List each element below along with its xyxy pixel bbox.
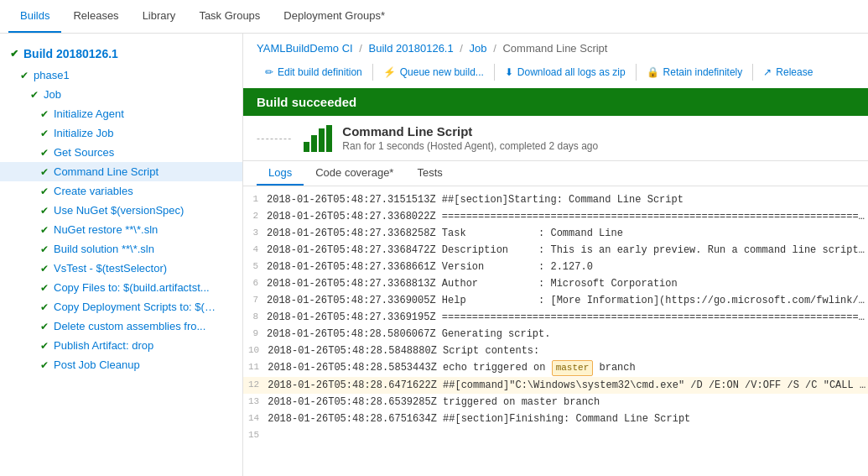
sidebar-build-title[interactable]: ✔ Build 20180126.1 xyxy=(0,42,242,65)
sidebar-task-10[interactable]: ✔Copy Deployment Scripts to: $(… xyxy=(0,297,242,316)
task-label-4: Create variables xyxy=(54,185,133,197)
task-dashes: - - - - - - - - xyxy=(257,133,290,144)
toolbar-separator-4 xyxy=(752,64,753,81)
log-text-13: 2018-01-26T05:48:28.6539285Z triggered o… xyxy=(268,395,868,410)
sidebar-task-5[interactable]: ✔Use NuGet $(versionSpec) xyxy=(0,201,242,220)
sidebar-task-6[interactable]: ✔NuGet restore **\*.sln xyxy=(0,220,242,239)
log-text-3: 2018-01-26T05:48:27.3368258Z Task : Comm… xyxy=(267,226,868,241)
log-num-14: 14 xyxy=(243,411,268,426)
release-button[interactable]: ↗ Release xyxy=(755,63,821,81)
task-label-7: Build solution **\*.sln xyxy=(54,243,154,255)
task-check-icon-5: ✔ xyxy=(40,205,49,217)
sub-tabs: Logs Code coverage* Tests xyxy=(243,161,868,186)
toolbar-separator-3 xyxy=(636,64,637,81)
nav-task-groups[interactable]: Task Groups xyxy=(187,0,272,33)
sidebar-task-9[interactable]: ✔Copy Files to: $(build.artifactst... xyxy=(0,278,242,297)
sidebar-task-13[interactable]: ✔Post Job Cleanup xyxy=(0,355,242,374)
task-bar-chart-icon xyxy=(304,125,332,152)
log-num-1: 1 xyxy=(243,192,267,207)
sidebar-phase[interactable]: ✔ phase1 xyxy=(0,65,242,85)
nav-library[interactable]: Library xyxy=(131,0,188,33)
log-text-4: 2018-01-26T05:48:27.3368472Z Description… xyxy=(267,243,868,258)
log-line-3: 32018-01-26T05:48:27.3368258Z Task : Com… xyxy=(243,225,868,242)
sidebar-task-4[interactable]: ✔Create variables xyxy=(0,181,242,201)
log-text-14: 2018-01-26T05:48:28.6751634Z ##[section]… xyxy=(268,411,868,426)
build-check-icon: ✔ xyxy=(10,48,18,60)
task-check-icon-4: ✔ xyxy=(40,186,49,197)
breadcrumb-build[interactable]: Build 20180126.1 xyxy=(369,42,454,55)
task-label-0: Initialize Agent xyxy=(54,107,124,120)
sidebar-task-2[interactable]: ✔Get Sources xyxy=(0,143,242,162)
phase-check-icon: ✔ xyxy=(20,70,29,81)
task-label-9: Copy Files to: $(build.artifactst... xyxy=(54,281,210,294)
log-text-5: 2018-01-26T05:48:27.3368661Z Version : 2… xyxy=(267,259,868,275)
sidebar-task-7[interactable]: ✔Build solution **\*.sln xyxy=(0,239,242,259)
log-text-8: 2018-01-26T05:48:27.3369195Z ===========… xyxy=(267,310,868,325)
sidebar-task-12[interactable]: ✔Publish Artifact: drop xyxy=(0,336,242,355)
nav-builds[interactable]: Builds xyxy=(8,0,61,33)
log-num-13: 13 xyxy=(243,395,268,409)
log-line-14: 142018-01-26T05:48:28.6751634Z ##[sectio… xyxy=(243,411,868,427)
log-num-4: 4 xyxy=(243,243,267,257)
job-check-icon: ✔ xyxy=(30,89,39,101)
log-num-7: 7 xyxy=(243,293,267,307)
log-line-11: 112018-01-26T05:48:28.5853443Z echo trig… xyxy=(243,359,868,377)
nav-deployment-groups[interactable]: Deployment Groups* xyxy=(272,0,397,33)
log-num-11: 11 xyxy=(243,360,268,374)
toolbar-separator-2 xyxy=(494,64,495,81)
download-icon: ⬇ xyxy=(505,66,513,78)
task-label-5: Use NuGet $(versionSpec) xyxy=(54,204,184,217)
top-navigation: Builds Releases Library Task Groups Depl… xyxy=(0,0,868,34)
sidebar-tasks-container: ✔Initialize Agent✔Initialize Job✔Get Sou… xyxy=(0,104,242,374)
main-content: YAMLBuildDemo CI / Build 20180126.1 / Jo… xyxy=(243,34,868,476)
log-num-3: 3 xyxy=(243,226,267,240)
sidebar-task-11[interactable]: ✔Delete custom assemblies fro... xyxy=(0,316,242,336)
toolbar: ✏ Edit build definition ⚡ Queue new buil… xyxy=(243,60,868,88)
log-text-1: 2018-01-26T05:48:27.3151513Z ##[section]… xyxy=(267,192,868,207)
log-num-12: 12 xyxy=(243,378,268,392)
download-logs-button[interactable]: ⬇ Download all logs as zip xyxy=(496,63,634,81)
breadcrumb-ci[interactable]: YAMLBuildDemo CI xyxy=(257,42,353,55)
sidebar-job[interactable]: ✔ Job xyxy=(0,85,242,104)
log-line-15: 15 xyxy=(243,427,868,443)
log-line-10: 102018-01-26T05:48:28.5848880Z Script co… xyxy=(243,343,868,359)
task-check-icon-1: ✔ xyxy=(40,128,49,139)
task-check-icon-8: ✔ xyxy=(40,263,49,275)
queue-new-build-button[interactable]: ⚡ Queue new build... xyxy=(375,63,492,81)
main-layout: ✔ Build 20180126.1 ✔ phase1 ✔ Job ✔Initi… xyxy=(0,34,868,476)
breadcrumb-job[interactable]: Job xyxy=(470,42,487,55)
log-num-6: 6 xyxy=(243,276,267,290)
tab-code-coverage[interactable]: Code coverage* xyxy=(304,161,405,186)
sidebar: ✔ Build 20180126.1 ✔ phase1 ✔ Job ✔Initi… xyxy=(0,34,243,476)
task-label-12: Publish Artifact: drop xyxy=(54,339,153,352)
task-label-3: Command Line Script xyxy=(54,165,159,178)
log-num-2: 2 xyxy=(243,209,267,223)
log-line-5: 52018-01-26T05:48:27.3368661Z Version : … xyxy=(243,259,868,275)
tab-tests[interactable]: Tests xyxy=(405,161,454,186)
log-text-2: 2018-01-26T05:48:27.3368022Z ===========… xyxy=(267,209,868,224)
sidebar-task-0[interactable]: ✔Initialize Agent xyxy=(0,104,242,123)
sidebar-task-1[interactable]: ✔Initialize Job xyxy=(0,123,242,143)
log-text-11: 2018-01-26T05:48:28.5853443Z echo trigge… xyxy=(268,360,868,376)
task-label-13: Post Job Cleanup xyxy=(54,358,140,371)
log-line-8: 82018-01-26T05:48:27.3369195Z ==========… xyxy=(243,309,868,326)
task-label-8: VsTest - $(testSelector) xyxy=(54,262,167,275)
retain-indefinitely-button[interactable]: 🔒 Retain indefinitely xyxy=(638,63,751,81)
log-content: 12018-01-26T05:48:27.3151513Z ##[section… xyxy=(243,186,868,476)
task-check-icon-7: ✔ xyxy=(40,243,49,255)
sidebar-task-8[interactable]: ✔VsTest - $(testSelector) xyxy=(0,259,242,278)
log-num-10: 10 xyxy=(243,343,268,358)
log-line-13: 132018-01-26T05:48:28.6539285Z triggered… xyxy=(243,394,868,411)
log-num-9: 9 xyxy=(243,327,267,341)
task-check-icon-3: ✔ xyxy=(40,166,49,178)
task-label-6: NuGet restore **\*.sln xyxy=(54,223,158,236)
tab-logs[interactable]: Logs xyxy=(257,161,304,186)
log-line-2: 22018-01-26T05:48:27.3368022Z ==========… xyxy=(243,208,868,225)
log-text-9: 2018-01-26T05:48:28.5806067Z Generating … xyxy=(267,327,868,342)
sidebar-task-3[interactable]: ✔Command Line Script xyxy=(0,162,242,181)
edit-build-definition-button[interactable]: ✏ Edit build definition xyxy=(257,63,371,81)
log-line-1: 12018-01-26T05:48:27.3151513Z ##[section… xyxy=(243,191,868,208)
nav-releases[interactable]: Releases xyxy=(61,0,130,33)
log-text-10: 2018-01-26T05:48:28.5848880Z Script cont… xyxy=(268,343,868,358)
task-label-11: Delete custom assemblies fro... xyxy=(54,320,205,332)
